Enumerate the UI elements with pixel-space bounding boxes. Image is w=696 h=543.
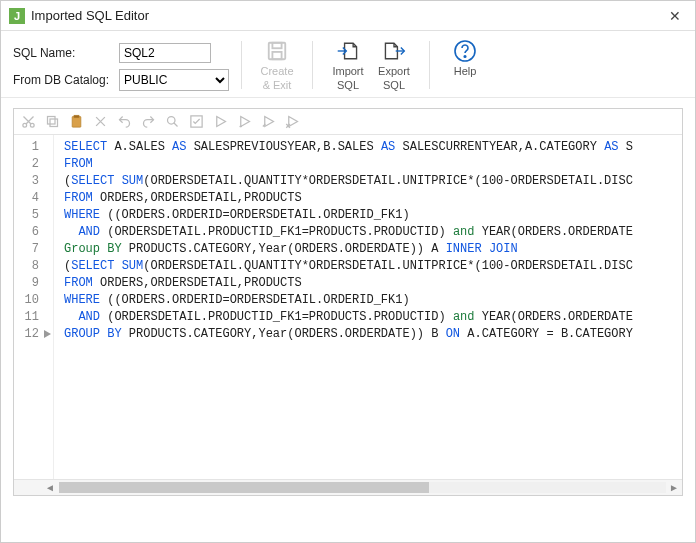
code-line[interactable]: SELECT A.SALES AS SALESPREVIOUSYEAR,B.SA…	[64, 139, 676, 156]
export-sql-label-2: SQL	[383, 79, 405, 91]
cut-icon[interactable]	[20, 114, 36, 130]
app-icon: J	[9, 8, 25, 24]
code-line[interactable]: WHERE ((ORDERS.ORDERID=ORDERSDETAIL.ORDE…	[64, 292, 676, 309]
code-line[interactable]: AND (ORDERSDETAIL.PRODUCTID_FK1=PRODUCTS…	[64, 309, 676, 326]
import-sql-label-2: SQL	[337, 79, 359, 91]
save-icon	[264, 39, 290, 63]
code-line[interactable]: (SELECT SUM(ORDERSDETAIL.QUANTITY*ORDERS…	[64, 173, 676, 190]
redo-icon[interactable]	[140, 114, 156, 130]
svg-rect-7	[47, 117, 55, 125]
line-number: 12	[14, 326, 53, 343]
scroll-left-icon[interactable]: ◄	[42, 480, 58, 495]
svg-rect-9	[72, 117, 81, 128]
sql-name-input[interactable]	[119, 43, 211, 63]
run-step-icon[interactable]	[236, 114, 252, 130]
check-icon[interactable]	[188, 114, 204, 130]
line-number: 8	[14, 258, 53, 275]
separator	[241, 41, 242, 89]
horizontal-scrollbar[interactable]: ◄ ►	[14, 479, 682, 495]
code-content[interactable]: SELECT A.SALES AS SALESPREVIOUSYEAR,B.SA…	[54, 135, 682, 479]
code-line[interactable]: FROM ORDERS,ORDERSDETAIL,PRODUCTS	[64, 275, 676, 292]
line-number: 5	[14, 207, 53, 224]
code-line[interactable]: GROUP BY PRODUCTS.CATEGORY,Year(ORDERS.O…	[64, 326, 676, 343]
create-exit-label-1: Create	[260, 65, 293, 77]
run-icon[interactable]	[212, 114, 228, 130]
code-area[interactable]: 123456789101112 SELECT A.SALES AS SALESP…	[14, 135, 682, 479]
export-sql-button[interactable]: Export SQL	[371, 37, 417, 93]
code-line[interactable]: AND (ORDERSDETAIL.PRODUCTID_FK1=PRODUCTS…	[64, 224, 676, 241]
code-line[interactable]: (SELECT SUM(ORDERSDETAIL.QUANTITY*ORDERS…	[64, 258, 676, 275]
line-number: 7	[14, 241, 53, 258]
svg-rect-1	[272, 43, 281, 49]
create-exit-label-2: & Exit	[263, 79, 292, 91]
scroll-right-icon[interactable]: ►	[666, 480, 682, 495]
line-number: 9	[14, 275, 53, 292]
sql-name-label: SQL Name:	[13, 46, 113, 60]
editor-panel: 123456789101112 SELECT A.SALES AS SALESP…	[13, 108, 683, 496]
help-icon	[452, 39, 478, 63]
line-number: 11	[14, 309, 53, 326]
code-line[interactable]: Group BY PRODUCTS.CATEGORY,Year(ORDERS.O…	[64, 241, 676, 258]
line-number: 10	[14, 292, 53, 309]
code-line[interactable]: FROM ORDERS,ORDERSDETAIL,PRODUCTS	[64, 190, 676, 207]
db-catalog-select[interactable]: PUBLIC	[119, 69, 229, 91]
db-catalog-label: From DB Catalog:	[13, 73, 113, 87]
top-toolbar: SQL Name: From DB Catalog: PUBLIC Create…	[1, 31, 695, 98]
export-sql-label-1: Export	[378, 65, 410, 77]
undo-icon[interactable]	[116, 114, 132, 130]
code-line[interactable]: FROM	[64, 156, 676, 173]
editor-toolbar	[14, 109, 682, 135]
code-line[interactable]: WHERE ((ORDERS.ORDERID=ORDERSDETAIL.ORDE…	[64, 207, 676, 224]
line-number: 6	[14, 224, 53, 241]
help-label: Help	[454, 65, 477, 77]
line-number: 1	[14, 139, 53, 156]
line-number: 2	[14, 156, 53, 173]
delete-icon[interactable]	[92, 114, 108, 130]
help-button[interactable]: Help	[442, 37, 488, 93]
line-number: 3	[14, 173, 53, 190]
import-sql-button[interactable]: Import SQL	[325, 37, 371, 93]
import-sql-label-1: Import	[332, 65, 363, 77]
window-title: Imported SQL Editor	[31, 8, 663, 23]
titlebar: J Imported SQL Editor ✕	[1, 1, 695, 31]
run-to-cursor-icon[interactable]	[260, 114, 276, 130]
svg-point-4	[464, 56, 466, 58]
separator	[429, 41, 430, 89]
run-cancel-icon[interactable]	[284, 114, 300, 130]
export-icon	[381, 39, 407, 63]
scroll-thumb[interactable]	[59, 482, 429, 493]
svg-rect-10	[74, 115, 79, 118]
separator	[312, 41, 313, 89]
create-exit-button: Create & Exit	[254, 37, 300, 93]
search-icon[interactable]	[164, 114, 180, 130]
copy-icon[interactable]	[44, 114, 60, 130]
line-number: 4	[14, 190, 53, 207]
form-panel: SQL Name: From DB Catalog: PUBLIC	[13, 37, 229, 93]
svg-rect-2	[272, 52, 281, 59]
paste-icon[interactable]	[68, 114, 84, 130]
line-gutter: 123456789101112	[14, 135, 54, 479]
close-button[interactable]: ✕	[663, 8, 687, 24]
svg-rect-8	[50, 119, 58, 127]
import-icon	[335, 39, 361, 63]
